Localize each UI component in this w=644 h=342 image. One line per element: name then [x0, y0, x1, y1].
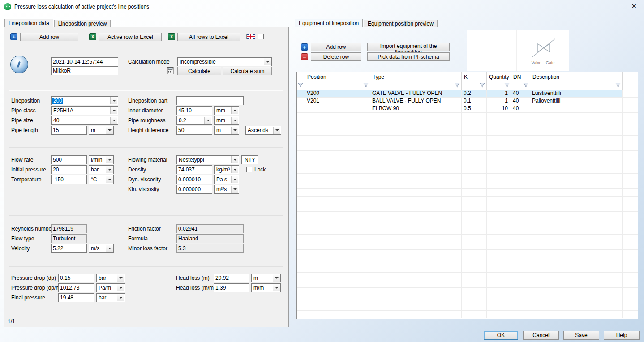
inner-diameter-unit-select[interactable]: mm	[214, 106, 239, 115]
equipment-delete-row-button[interactable]: Delete row	[311, 52, 361, 61]
timestamp-field[interactable]	[51, 57, 118, 66]
uk-flag-icon[interactable]	[246, 34, 255, 39]
table-row[interactable]	[297, 128, 623, 136]
temperature-field[interactable]	[51, 175, 87, 184]
head-loss-per-m-unit-select[interactable]: m/m	[251, 283, 281, 292]
pressure-drop-per-m-unit-select[interactable]: Pa/m	[96, 283, 125, 292]
user-field[interactable]	[51, 66, 118, 75]
filter-icon[interactable]	[504, 83, 510, 88]
temperature-unit-select[interactable]: °C	[89, 175, 114, 184]
tab-lineposition-preview[interactable]: Lineposition preview	[54, 20, 111, 27]
table-row[interactable]	[297, 219, 623, 227]
dyn-viscosity-field[interactable]	[176, 175, 212, 184]
tab-equipment-of-lineposition[interactable]: Equipment of lineposition	[295, 19, 363, 27]
initial-pressure-field[interactable]	[51, 165, 87, 174]
table-row[interactable]: V200GATE VALVE - FULLY OPEN0.2140Luistiv…	[297, 90, 623, 98]
head-loss-per-m-field[interactable]	[214, 283, 249, 292]
table-row[interactable]	[297, 250, 623, 257]
inner-diameter-field[interactable]	[176, 106, 212, 115]
column-header-position[interactable]: Position	[305, 72, 370, 90]
initial-pressure-unit-select[interactable]: bar	[89, 165, 114, 174]
density-unit-select[interactable]: kg/m³	[214, 165, 239, 174]
table-row[interactable]	[297, 204, 623, 212]
all-rows-to-excel-button[interactable]: All rows to Excel	[177, 33, 240, 41]
column-header-description[interactable]: Description	[530, 72, 623, 90]
column-header-dn[interactable]: DN	[511, 72, 530, 90]
add-icon[interactable]: +	[301, 43, 308, 51]
tab-equipment-position-preview[interactable]: Equipment position preview	[364, 20, 438, 27]
head-loss-unit-select[interactable]: m	[251, 274, 281, 282]
density-field[interactable]	[176, 165, 212, 174]
table-row[interactable]	[297, 197, 623, 204]
add-icon[interactable]: +	[10, 33, 17, 40]
height-difference-unit-select[interactable]: m	[214, 126, 239, 135]
final-pressure-unit-select[interactable]: bar	[96, 293, 125, 302]
dyn-viscosity-unit-select[interactable]: Pa s	[214, 175, 239, 184]
tab-lineposition-data[interactable]: Lineposition data	[4, 19, 53, 27]
pipe-length-field[interactable]	[51, 126, 87, 135]
table-row[interactable]	[297, 174, 623, 181]
equipment-add-row-button[interactable]: Add row	[311, 43, 361, 51]
calculator-icon[interactable]	[167, 67, 174, 74]
column-header-quantity[interactable]: Quantity	[487, 72, 511, 90]
table-row[interactable]	[297, 181, 623, 189]
close-icon[interactable]: ✕	[631, 3, 637, 10]
table-row[interactable]	[297, 166, 623, 174]
active-row-to-excel-button[interactable]: Active row to Excel	[99, 33, 162, 41]
velocity-unit-select[interactable]: m/s	[89, 244, 114, 253]
density-lock-checkbox[interactable]	[246, 167, 252, 172]
table-row[interactable]	[297, 311, 623, 318]
calculate-sum-button[interactable]: Calculate sum	[223, 67, 272, 75]
ok-button[interactable]: OK	[484, 331, 518, 340]
table-row[interactable]	[297, 280, 623, 288]
height-difference-field[interactable]	[176, 126, 212, 135]
calculation-mode-select[interactable]: Incompressible	[177, 57, 272, 66]
table-row[interactable]	[297, 235, 623, 242]
table-row[interactable]	[297, 265, 623, 273]
table-row[interactable]	[297, 212, 623, 219]
import-equipment-button[interactable]: Import equipment of the lineposition	[367, 43, 450, 51]
pressure-drop-field[interactable]	[58, 274, 94, 282]
table-row[interactable]: V201BALL VALVE - FULLY OPEN0.1140Pallove…	[297, 98, 623, 105]
pressure-drop-unit-select[interactable]: bar	[96, 274, 125, 282]
pipe-roughness-unit-select[interactable]: mm	[214, 116, 239, 125]
save-button[interactable]: Save	[563, 331, 599, 340]
table-row[interactable]: ELBOW 900.51040	[297, 105, 623, 113]
pipe-size-select[interactable]: 40	[51, 116, 118, 125]
table-row[interactable]	[297, 151, 623, 158]
filter-icon[interactable]	[298, 83, 304, 88]
table-row[interactable]	[297, 295, 623, 303]
kin-viscosity-unit-select[interactable]: m²/s	[214, 185, 239, 194]
flowing-material-select[interactable]: Nestetyppi	[176, 155, 239, 164]
lineposition-part-field[interactable]	[176, 96, 244, 105]
table-row[interactable]	[297, 273, 623, 280]
calculate-button[interactable]: Calculate	[177, 67, 221, 75]
head-loss-field[interactable]	[214, 274, 249, 282]
language-checkbox[interactable]	[258, 34, 264, 39]
height-direction-select[interactable]: Ascends	[245, 126, 281, 135]
filter-icon[interactable]	[615, 83, 621, 88]
table-row[interactable]	[297, 257, 623, 265]
pick-data-pi-schema-button[interactable]: Pick data from PI-schema	[367, 52, 450, 61]
filter-icon[interactable]	[455, 83, 460, 88]
kin-viscosity-field[interactable]	[176, 185, 212, 194]
final-pressure-field[interactable]	[58, 293, 94, 302]
flow-rate-field[interactable]	[51, 155, 87, 164]
table-row[interactable]	[297, 136, 623, 143]
table-row[interactable]	[297, 143, 623, 151]
remove-icon[interactable]: −	[301, 53, 308, 60]
pressure-drop-per-m-field[interactable]	[58, 283, 94, 292]
velocity-field[interactable]	[51, 244, 87, 253]
column-header-k[interactable]: K	[462, 72, 487, 90]
filter-icon[interactable]	[480, 83, 485, 88]
filter-icon[interactable]	[523, 83, 529, 88]
table-row[interactable]	[297, 303, 623, 311]
table-row[interactable]	[297, 120, 623, 128]
table-row[interactable]	[297, 158, 623, 166]
add-row-button[interactable]: Add row	[20, 33, 78, 41]
cancel-button[interactable]: Cancel	[523, 331, 559, 340]
pipe-class-select[interactable]: E25H1A	[51, 106, 118, 115]
table-row[interactable]	[297, 189, 623, 197]
table-row[interactable]	[297, 227, 623, 235]
pipe-length-unit-select[interactable]: m	[89, 126, 114, 135]
